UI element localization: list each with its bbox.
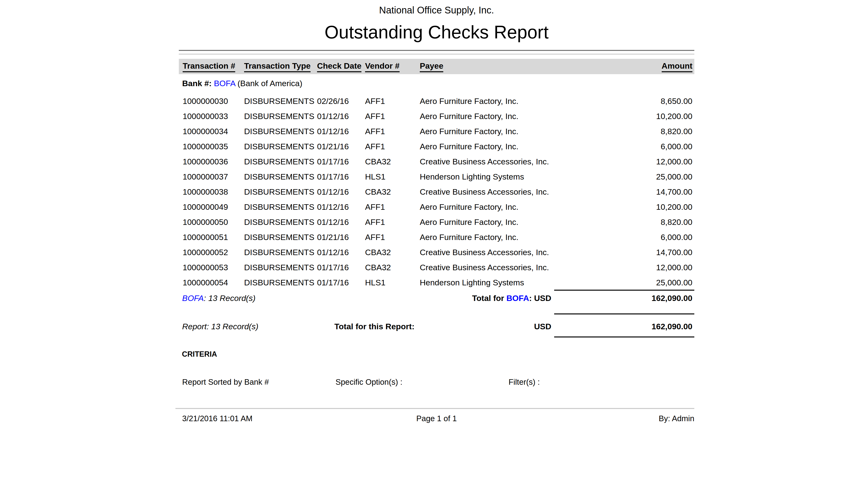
cell-transaction-number: 1000000051 [183,230,228,245]
cell-vendor-number: HLS1 [365,169,385,184]
table-row: 1000000030DISBURSEMENTS02/26/16AFF1Aero … [179,94,694,109]
cell-vendor-number: CBA32 [365,245,391,260]
cell-vendor-number: AFF1 [365,139,385,154]
column-header-amount: Amount [662,61,692,72]
cell-payee: Creative Business Accessories, Inc. [420,260,549,275]
bank-total-rule [554,290,694,291]
criteria-filters: Filter(s) : [508,377,540,387]
bank-record-count: BOFA: 13 Record(s) [182,293,255,303]
bank-number-label: Bank #: [182,79,214,88]
cell-transaction-type: DISBURSEMENTS [244,94,314,109]
cell-payee: Aero Furniture Factory, Inc. [420,109,518,124]
title-divider-dark [179,50,694,51]
column-header-transaction-number: Transaction # [183,61,235,72]
cell-transaction-type: DISBURSEMENTS [244,184,314,200]
table-row: 1000000034DISBURSEMENTS01/12/16AFF1Aero … [179,124,694,139]
bank-code-link[interactable]: BOFA [506,293,529,303]
table-row: 1000000038DISBURSEMENTS01/12/16CBA32Crea… [179,184,694,200]
cell-check-date: 01/21/16 [317,139,349,154]
cell-payee: Aero Furniture Factory, Inc. [420,215,518,230]
cell-transaction-number: 1000000054 [183,275,228,290]
column-header-payee: Payee [420,61,443,72]
cell-payee: Aero Furniture Factory, Inc. [420,94,518,109]
criteria-row: Report Sorted by Bank # Specific Option(… [179,377,694,387]
table-row: 1000000035DISBURSEMENTS01/21/16AFF1Aero … [179,139,694,154]
cell-transaction-type: DISBURSEMENTS [244,124,314,139]
cell-transaction-type: DISBURSEMENTS [244,109,314,124]
cell-amount: 25,000.00 [656,275,692,290]
cell-vendor-number: CBA32 [365,184,391,200]
cell-check-date: 02/26/16 [317,94,349,109]
cell-check-date: 01/12/16 [317,184,349,200]
report-total-rule-bottom [554,336,694,337]
cell-vendor-number: AFF1 [365,200,385,215]
report-page: National Office Supply, Inc. Outstanding… [179,0,694,504]
cell-transaction-type: DISBURSEMENTS [244,230,314,245]
bank-group-header: Bank #: BOFA (Bank of America) [182,78,302,88]
cell-transaction-type: DISBURSEMENTS [244,200,314,215]
cell-vendor-number: AFF1 [365,94,385,109]
cell-amount: 10,200.00 [656,109,692,124]
cell-payee: Henderson Lighting Systems [420,169,524,184]
cell-amount: 14,700.00 [656,184,692,200]
cell-vendor-number: AFF1 [365,215,385,230]
report-total-rule-top [554,313,694,314]
cell-payee: Henderson Lighting Systems [420,275,524,290]
cell-amount: 6,000.00 [661,139,692,154]
bank-total-amount: 162,090.00 [651,293,692,303]
cell-amount: 8,820.00 [661,215,692,230]
cell-check-date: 01/17/16 [317,260,349,275]
table-row: 1000000049DISBURSEMENTS01/12/16AFF1Aero … [179,200,694,215]
cell-check-date: 01/17/16 [317,169,349,184]
footer-generated-by: By: Admin [659,414,694,423]
report-total-label: Total for this Report: [334,321,415,332]
cell-transaction-number: 1000000050 [183,215,228,230]
cell-amount: 12,000.00 [656,260,692,275]
criteria-sorted-by: Report Sorted by Bank # [182,377,269,387]
cell-transaction-type: DISBURSEMENTS [244,245,314,260]
bank-code-link[interactable]: BOFA [182,293,204,303]
column-header-check-date: Check Date [317,61,361,72]
cell-transaction-type: DISBURSEMENTS [244,154,314,169]
bank-name: (Bank of America) [235,79,302,88]
cell-amount: 6,000.00 [661,230,692,245]
cell-check-date: 01/12/16 [317,109,349,124]
cell-amount: 10,200.00 [656,200,692,215]
cell-payee: Creative Business Accessories, Inc. [420,154,549,169]
criteria-specific-options: Specific Option(s) : [336,377,403,387]
cell-transaction-number: 1000000052 [183,245,228,260]
cell-transaction-number: 1000000034 [183,124,228,139]
cell-transaction-number: 1000000038 [183,184,228,200]
company-name: National Office Supply, Inc. [179,4,694,16]
cell-transaction-type: DISBURSEMENTS [244,260,314,275]
cell-vendor-number: AFF1 [365,109,385,124]
cell-payee: Creative Business Accessories, Inc. [420,245,549,260]
bank-total-label: Total for BOFA: USD [472,293,551,303]
cell-transaction-number: 1000000053 [183,260,228,275]
cell-check-date: 01/21/16 [317,230,349,245]
cell-amount: 25,000.00 [656,169,692,184]
cell-payee: Aero Furniture Factory, Inc. [420,200,518,215]
cell-vendor-number: CBA32 [365,154,391,169]
cell-transaction-type: DISBURSEMENTS [244,169,314,184]
cell-vendor-number: AFF1 [365,124,385,139]
table-header: Transaction # Transaction Type Check Dat… [179,59,694,74]
column-header-transaction-type: Transaction Type [244,61,311,72]
table-row: 1000000037DISBURSEMENTS01/17/16HLS1Hende… [179,169,694,184]
cell-vendor-number: HLS1 [365,275,385,290]
bank-record-count-text: : 13 Record(s) [204,293,255,303]
cell-transaction-number: 1000000035 [183,139,228,154]
column-header-vendor-number: Vendor # [365,61,400,72]
cell-vendor-number: CBA32 [365,260,391,275]
cell-transaction-number: 1000000033 [183,109,228,124]
criteria-heading: CRITERIA [182,350,217,359]
cell-transaction-number: 1000000036 [183,154,228,169]
bank-code-link[interactable]: BOFA [214,79,235,88]
cell-transaction-type: DISBURSEMENTS [244,139,314,154]
cell-payee: Aero Furniture Factory, Inc. [420,124,518,139]
table-row: 1000000036DISBURSEMENTS01/17/16CBA32Crea… [179,154,694,169]
cell-check-date: 01/12/16 [317,215,349,230]
cell-amount: 14,700.00 [656,245,692,260]
report-record-count: Report: 13 Record(s) [182,321,258,332]
cell-payee: Aero Furniture Factory, Inc. [420,139,518,154]
